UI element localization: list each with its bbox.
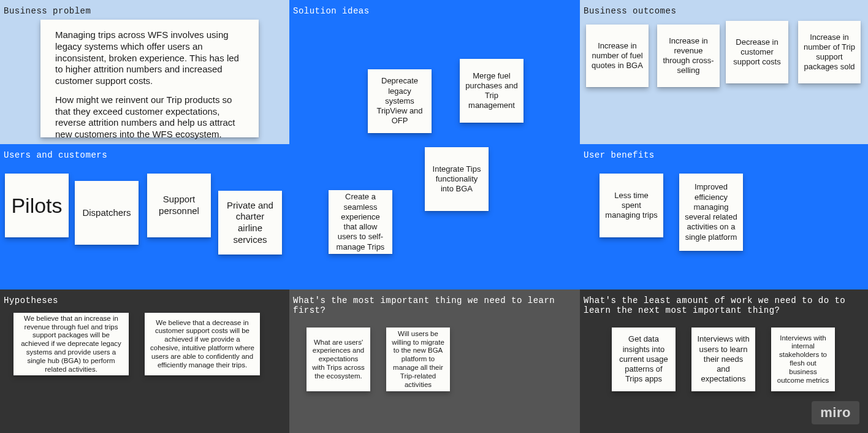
section-business-problem: Business problem Managing trips across W… xyxy=(0,0,289,144)
sticky-note[interactable]: Private and charter airline services xyxy=(218,191,282,255)
note-text: Improved efficiency managing several rel… xyxy=(684,182,738,242)
note-text: We believe that a decrease in customer s… xyxy=(150,319,255,370)
note-text: Increase in number of fuel quotes in BGA xyxy=(591,41,644,71)
sticky-note[interactable]: Get data insights into current usage pat… xyxy=(612,328,676,391)
sticky-note[interactable]: Pilots xyxy=(5,174,69,237)
sticky-note[interactable]: Deprecate legacy systems TripView and OF… xyxy=(368,69,432,133)
sticky-note[interactable]: Will users be willing to migrate to the … xyxy=(386,328,450,391)
section-business-outcomes: Business outcomes Increase in number of … xyxy=(580,0,868,144)
note-text: Merge fuel purchases and Trip management xyxy=(465,71,519,111)
note-text: Integrate Tips functionality into BGA xyxy=(430,164,484,194)
sticky-note[interactable]: Decrease in customer support costs xyxy=(726,21,788,83)
section-label: Solution ideas xyxy=(293,6,576,16)
section-label: User benefits xyxy=(584,150,864,160)
sticky-note[interactable]: Interviews with internal stakeholders to… xyxy=(771,328,835,391)
section-label: Business outcomes xyxy=(584,6,864,16)
sticky-note[interactable]: We believe that a decrease in customer s… xyxy=(145,313,260,375)
note-text: How might we reinvent our Trip products … xyxy=(55,94,244,140)
note-text: We believe that an increase in revenue t… xyxy=(18,315,124,374)
section-solution-ideas: Solution ideas Deprecate legacy systems … xyxy=(289,0,580,289)
note-text: Interviews with users to learn their nee… xyxy=(696,334,750,384)
section-user-benefits: User benefits Less time spent managing t… xyxy=(580,144,868,289)
note-text: Managing trips across WFS involves using… xyxy=(55,29,244,87)
sticky-note[interactable]: Increase in number of Trip support packa… xyxy=(798,21,861,83)
sticky-note[interactable]: Increase in revenue through cross-sellin… xyxy=(657,25,720,87)
section-users-customers: Users and customers Pilots Dispatchers S… xyxy=(0,144,289,289)
note-text: Pilots xyxy=(11,193,62,219)
sticky-note[interactable]: Managing trips across WFS involves using… xyxy=(40,20,259,137)
sticky-note[interactable]: Less time spent managing trips xyxy=(600,174,663,237)
note-text: Deprecate legacy systems TripView and OF… xyxy=(373,76,427,126)
note-text: Interviews with internal stakeholders to… xyxy=(776,334,830,385)
sticky-note[interactable]: Interviews with users to learn their nee… xyxy=(691,328,755,391)
sticky-note[interactable]: Support personnel xyxy=(147,174,211,237)
sticky-note[interactable]: Improved efficiency managing several rel… xyxy=(679,174,743,251)
sticky-note[interactable]: Increase in number of fuel quotes in BGA xyxy=(586,25,649,87)
section-label: Users and customers xyxy=(4,150,286,160)
sticky-note[interactable]: Integrate Tips functionality into BGA xyxy=(425,147,489,211)
note-text: Dispatchers xyxy=(82,207,131,219)
note-text: Less time spent managing trips xyxy=(604,191,658,221)
note-text: Increase in number of Trip support packa… xyxy=(803,33,856,72)
note-text: Create a seamless experience that allow … xyxy=(333,192,387,252)
sticky-note[interactable]: We believe that an increase in revenue t… xyxy=(13,313,129,375)
section-learn-first: What's the most important thing we need … xyxy=(289,289,580,433)
note-text: Get data insights into current usage pat… xyxy=(617,334,671,384)
section-hypotheses: Hypotheses We believe that an increase i… xyxy=(0,289,289,433)
sticky-note[interactable]: What are users' experiences and expectat… xyxy=(306,328,370,391)
note-text: Private and charter airline services xyxy=(223,200,277,246)
sticky-note[interactable]: Create a seamless experience that allow … xyxy=(329,190,392,254)
note-text: Will users be willing to migrate to the … xyxy=(391,330,445,389)
miro-logo: miro xyxy=(812,401,859,424)
section-least-work: What's the least amount of work we need … xyxy=(580,289,868,433)
note-text: Increase in revenue through cross-sellin… xyxy=(662,36,715,76)
section-label: What's the least amount of work we need … xyxy=(584,296,864,315)
lean-canvas-board[interactable]: Business problem Managing trips across W… xyxy=(0,0,868,433)
sticky-note[interactable]: Dispatchers xyxy=(75,181,139,245)
note-text: Decrease in customer support costs xyxy=(731,37,783,67)
section-label: Hypotheses xyxy=(4,296,286,305)
sticky-note[interactable]: Merge fuel purchases and Trip management xyxy=(460,59,523,123)
section-label: What's the most important thing we need … xyxy=(293,296,576,315)
note-text: Support personnel xyxy=(152,194,206,217)
section-label: Business problem xyxy=(4,6,286,16)
note-text: What are users' experiences and expectat… xyxy=(311,339,365,381)
